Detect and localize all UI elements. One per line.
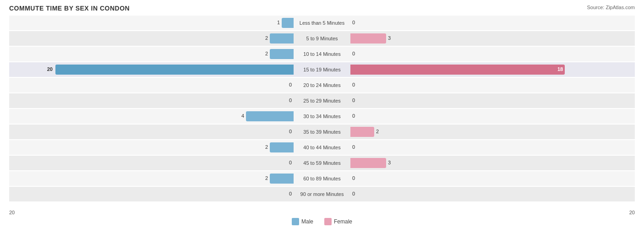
row-label: 45 to 59 Minutes bbox=[303, 160, 340, 166]
chart-container: COMMUTE TIME BY SEX IN CONDON Source: Zi… bbox=[0, 0, 644, 239]
legend-female-label: Female bbox=[334, 218, 352, 225]
chart-row: 10 to 14 Minutes20 bbox=[9, 47, 635, 61]
female-bar bbox=[350, 65, 565, 75]
male-value: 1 bbox=[277, 20, 280, 25]
axis-left-label: 20 bbox=[9, 210, 15, 215]
female-value: 3 bbox=[388, 160, 391, 165]
male-bar bbox=[55, 65, 294, 75]
row-label: 35 to 39 Minutes bbox=[303, 129, 340, 135]
chart-row: 30 to 34 Minutes40 bbox=[9, 109, 635, 124]
female-bar bbox=[350, 127, 374, 137]
female-value: 0 bbox=[352, 20, 355, 25]
male-bar bbox=[270, 174, 294, 184]
chart-row: 5 to 9 Minutes23 bbox=[9, 31, 635, 46]
chart-row: 20 to 24 Minutes00 bbox=[9, 78, 635, 92]
row-label: 25 to 29 Minutes bbox=[303, 98, 340, 103]
axis-bottom: 20 20 bbox=[9, 210, 635, 215]
male-value: 0 bbox=[289, 82, 292, 87]
legend-male-box bbox=[292, 218, 299, 225]
row-label: 5 to 9 Minutes bbox=[306, 36, 338, 41]
axis-right-label: 20 bbox=[629, 210, 635, 215]
chart-row: 45 to 59 Minutes03 bbox=[9, 156, 635, 170]
female-value: 3 bbox=[388, 35, 391, 41]
row-label: 30 to 34 Minutes bbox=[303, 114, 340, 119]
chart-title: COMMUTE TIME BY SEX IN CONDON bbox=[9, 5, 635, 12]
source-label: Source: ZipAtlas.com bbox=[587, 5, 635, 10]
male-bar bbox=[246, 111, 294, 121]
chart-row: 25 to 29 Minutes00 bbox=[9, 93, 635, 108]
female-value: 0 bbox=[352, 82, 355, 87]
male-value: 0 bbox=[289, 191, 292, 196]
male-value: 20 bbox=[47, 66, 53, 72]
female-value: 18 bbox=[557, 66, 563, 72]
female-value: 0 bbox=[352, 144, 355, 150]
row-label: 10 to 14 Minutes bbox=[303, 51, 340, 57]
row-label: 60 to 89 Minutes bbox=[303, 176, 340, 181]
male-value: 0 bbox=[289, 160, 292, 165]
legend-female-box bbox=[324, 218, 332, 225]
female-value: 0 bbox=[352, 51, 355, 56]
row-label: 40 to 44 Minutes bbox=[303, 145, 340, 150]
male-value: 2 bbox=[265, 175, 268, 181]
legend-male: Male bbox=[292, 218, 313, 225]
male-value: 2 bbox=[265, 35, 268, 41]
male-value: 4 bbox=[241, 113, 244, 119]
female-bar bbox=[350, 33, 386, 43]
male-value: 2 bbox=[265, 51, 268, 56]
male-value: 0 bbox=[289, 129, 292, 134]
female-bar bbox=[350, 158, 386, 168]
chart-row: Less than 5 Minutes10 bbox=[9, 16, 635, 30]
chart-row: 35 to 39 Minutes02 bbox=[9, 125, 635, 139]
chart-area: Less than 5 Minutes105 to 9 Minutes2310 … bbox=[9, 16, 635, 208]
chart-row: 40 to 44 Minutes20 bbox=[9, 140, 635, 155]
male-bar bbox=[270, 33, 294, 43]
female-value: 2 bbox=[376, 129, 379, 134]
female-value: 0 bbox=[352, 98, 355, 103]
chart-row: 60 to 89 Minutes20 bbox=[9, 171, 635, 186]
row-label: 20 to 24 Minutes bbox=[303, 82, 340, 88]
row-label: 90 or more Minutes bbox=[300, 191, 344, 197]
female-value: 0 bbox=[352, 175, 355, 181]
legend-female: Female bbox=[324, 218, 352, 225]
male-bar bbox=[270, 49, 294, 59]
male-bar bbox=[270, 142, 294, 152]
row-label: 15 to 19 Minutes bbox=[303, 67, 340, 72]
chart-row: 15 to 19 Minutes2018 bbox=[9, 62, 635, 77]
legend-male-label: Male bbox=[301, 218, 313, 225]
female-value: 0 bbox=[352, 191, 355, 196]
male-value: 0 bbox=[289, 98, 292, 103]
row-label: Less than 5 Minutes bbox=[300, 20, 344, 26]
female-value: 0 bbox=[352, 113, 355, 119]
male-value: 2 bbox=[265, 144, 268, 150]
legend: Male Female bbox=[9, 218, 635, 225]
male-bar bbox=[282, 18, 294, 28]
chart-row: 90 or more Minutes00 bbox=[9, 187, 635, 201]
